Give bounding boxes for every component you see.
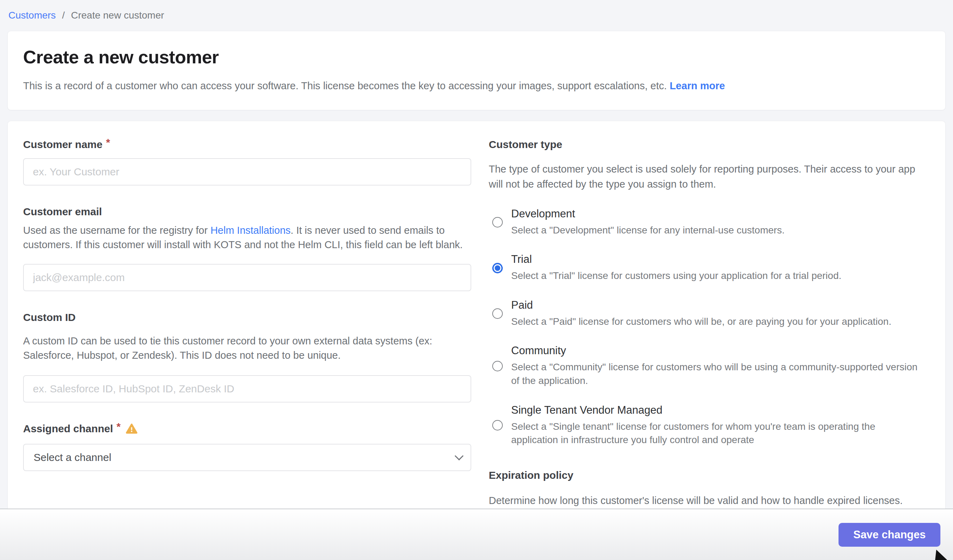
option-single-tenant-text: Single Tenant Vendor Managed Select a "S… — [511, 404, 924, 447]
custom-id-field-group: Custom ID A custom ID can be used to tie… — [23, 312, 471, 402]
option-paid-description: Select a "Paid" license for customers wh… — [511, 315, 891, 329]
radio-community[interactable] — [492, 361, 503, 371]
page-description-text: This is a record of a customer who can a… — [23, 80, 667, 92]
create-customer-form: Customer name * Customer email Used as t… — [7, 121, 946, 514]
option-single-tenant-description: Select a "Single tenant" license for cus… — [511, 420, 924, 447]
customer-type-label: Customer type — [489, 139, 930, 150]
form-footer: Save changes — [0, 509, 953, 560]
custom-id-help: A custom ID can be used to tie this cust… — [23, 334, 471, 363]
option-trial-text: Trial Select a "Trial" license for custo… — [511, 253, 841, 283]
breadcrumb-current: Create new customer — [71, 10, 164, 21]
option-development-description: Select a "Development" license for any i… — [511, 223, 785, 237]
warning-triangle-icon — [125, 423, 138, 435]
breadcrumb-separator: / — [62, 10, 65, 21]
option-trial: Trial Select a "Trial" license for custo… — [492, 253, 930, 283]
customer-name-input[interactable] — [23, 158, 471, 186]
chevron-down-icon — [455, 451, 464, 460]
breadcrumb: Customers / Create new customer — [0, 0, 953, 21]
customer-email-label: Customer email — [23, 206, 471, 218]
customer-name-field-group: Customer name * — [23, 139, 471, 186]
customer-email-field-group: Customer email Used as the username for … — [23, 206, 471, 291]
option-community-label[interactable]: Community — [511, 344, 924, 357]
assigned-channel-label: Assigned channel * — [23, 423, 471, 435]
option-development-text: Development Select a "Development" licen… — [511, 208, 785, 237]
customer-email-help: Used as the username for the registry fo… — [23, 223, 471, 252]
option-paid-text: Paid Select a "Paid" license for custome… — [511, 299, 891, 329]
option-development-label[interactable]: Development — [511, 208, 785, 220]
customer-email-help-text: Used as the username for the registry fo… — [23, 225, 210, 236]
option-single-tenant-vendor-managed: Single Tenant Vendor Managed Select a "S… — [492, 404, 930, 447]
option-trial-label[interactable]: Trial — [511, 253, 841, 266]
custom-id-input[interactable] — [23, 375, 471, 402]
save-changes-button[interactable]: Save changes — [838, 523, 941, 547]
radio-trial[interactable] — [492, 263, 503, 273]
option-trial-description: Select a "Trial" license for customers u… — [511, 269, 841, 283]
option-development: Development Select a "Development" licen… — [492, 208, 930, 237]
customer-type-options: Development Select a "Development" licen… — [492, 208, 930, 447]
radio-paid[interactable] — [492, 308, 503, 319]
custom-id-label: Custom ID — [23, 312, 471, 323]
page-description: This is a record of a customer who can a… — [23, 79, 930, 93]
expiration-policy-description: Determine how long this customer's licen… — [489, 493, 923, 509]
learn-more-link[interactable]: Learn more — [670, 80, 725, 92]
channel-select[interactable]: Select a channel — [23, 444, 471, 471]
required-asterisk: * — [116, 421, 121, 433]
custom-id-label-text: Custom ID — [23, 312, 76, 323]
channel-select-value: Select a channel — [34, 451, 111, 464]
radio-development[interactable] — [492, 217, 503, 228]
page-title: Create a new customer — [23, 47, 930, 68]
assigned-channel-field-group: Assigned channel * Select a channel — [23, 423, 471, 471]
customer-name-label: Customer name * — [23, 139, 471, 150]
radio-single-tenant-vendor-managed[interactable] — [492, 420, 503, 431]
form-right-column: Customer type The type of customer you s… — [489, 139, 930, 509]
option-paid: Paid Select a "Paid" license for custome… — [492, 299, 930, 329]
assigned-channel-label-text: Assigned channel — [23, 423, 113, 435]
breadcrumb-link-customers[interactable]: Customers — [8, 10, 56, 21]
expiration-policy-label: Expiration policy — [489, 469, 930, 481]
option-community-description: Select a "Community" license for custome… — [511, 360, 924, 388]
customer-name-label-text: Customer name — [23, 139, 102, 150]
form-left-column: Customer name * Customer email Used as t… — [23, 139, 471, 472]
header-card: Create a new customer This is a record o… — [7, 31, 946, 110]
helm-installations-link[interactable]: Helm Installations — [210, 225, 290, 236]
option-community-text: Community Select a "Community" license f… — [511, 344, 924, 388]
expiration-policy-section: Expiration policy Determine how long thi… — [489, 469, 930, 509]
customer-type-description: The type of customer you select is used … — [489, 162, 923, 192]
required-asterisk: * — [106, 137, 110, 148]
option-paid-label[interactable]: Paid — [511, 299, 891, 312]
customer-email-label-text: Customer email — [23, 206, 102, 218]
customer-email-input[interactable] — [23, 264, 471, 291]
option-single-tenant-label[interactable]: Single Tenant Vendor Managed — [511, 404, 924, 416]
option-community: Community Select a "Community" license f… — [492, 344, 930, 388]
